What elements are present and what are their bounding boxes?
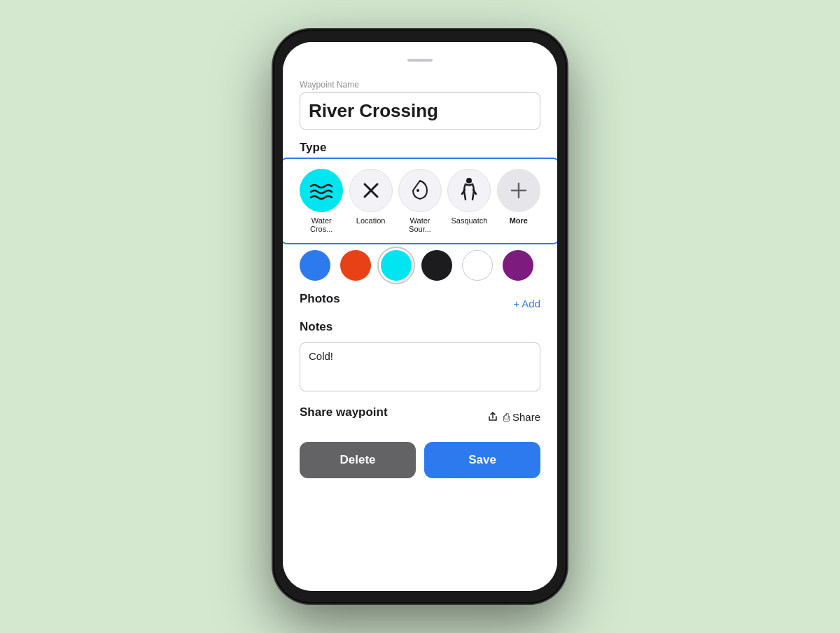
- color-purple[interactable]: [503, 250, 533, 281]
- type-item-location[interactable]: Location: [349, 169, 392, 225]
- type-label-more: More: [510, 216, 528, 225]
- color-black[interactable]: [421, 250, 452, 281]
- photos-section-row: Photos + Add: [300, 292, 540, 314]
- type-selector-wrapper: Water Cros... Location: [283, 163, 557, 239]
- phone-frame: Waypoint Name Type: [273, 29, 567, 604]
- droplet-icon: [411, 179, 429, 202]
- type-circle-water-crossing: [300, 169, 343, 212]
- waypoint-name-input[interactable]: [300, 92, 540, 130]
- x-icon: [360, 180, 382, 201]
- type-item-sasquatch[interactable]: Sasquatch: [447, 169, 491, 225]
- color-blue[interactable]: [300, 250, 330, 281]
- type-item-more[interactable]: More: [497, 169, 540, 225]
- notch-bar: [283, 42, 557, 66]
- color-cyan[interactable]: [381, 250, 412, 281]
- share-button-label: ⎙ Share: [503, 411, 540, 423]
- type-selector: Water Cros... Location: [300, 163, 540, 239]
- delete-button[interactable]: Delete: [300, 442, 416, 478]
- bottom-buttons: Delete Save: [300, 442, 540, 478]
- share-icon: [487, 411, 498, 422]
- svg-point-3: [466, 178, 472, 183]
- sasquatch-icon: [458, 177, 479, 204]
- type-circle-location: [349, 169, 393, 212]
- color-red[interactable]: [340, 250, 371, 281]
- notes-label: Notes: [300, 320, 540, 334]
- type-circle-more: [497, 169, 540, 212]
- sheet-content: Waypoint Name Type: [283, 66, 557, 591]
- add-photo-button[interactable]: + Add: [513, 298, 540, 309]
- waypoint-name-label: Waypoint Name: [300, 80, 540, 90]
- type-section-label: Type: [300, 141, 540, 155]
- type-circle-water-source: [398, 169, 442, 212]
- plus-icon: [509, 181, 528, 200]
- phone-screen: Waypoint Name Type: [283, 42, 557, 591]
- drag-handle[interactable]: [407, 59, 433, 62]
- type-label-sasquatch: Sasquatch: [451, 216, 487, 225]
- photos-label: Photos: [300, 292, 340, 306]
- share-label: Share waypoint: [300, 405, 388, 419]
- svg-point-2: [416, 189, 419, 192]
- wave-icon: [308, 181, 335, 200]
- color-white[interactable]: [462, 250, 493, 281]
- type-item-water-crossing[interactable]: Water Cros...: [300, 169, 343, 233]
- color-picker: [300, 250, 540, 281]
- type-circle-sasquatch: [447, 169, 491, 212]
- type-item-water-source[interactable]: Water Sour...: [398, 169, 442, 233]
- type-label-water-crossing: Water Cros...: [300, 216, 343, 233]
- type-label-location: Location: [356, 216, 386, 225]
- save-button[interactable]: Save: [424, 442, 540, 478]
- type-label-water-source: Water Sour...: [398, 216, 442, 233]
- notes-textarea[interactable]: Cold!: [300, 342, 540, 391]
- share-button[interactable]: ⎙ Share: [487, 411, 540, 423]
- share-row: Share waypoint ⎙ Share: [300, 405, 540, 428]
